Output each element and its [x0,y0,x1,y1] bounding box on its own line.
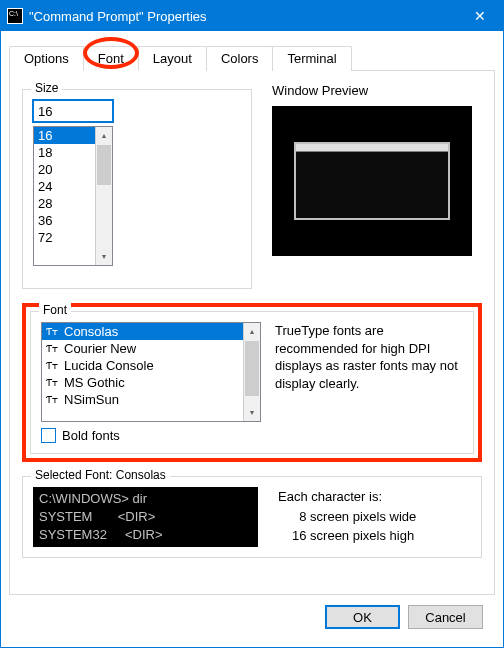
window-preview [272,106,472,256]
font-option[interactable]: ƬᴛLucida Console [42,357,243,374]
size-input[interactable] [33,100,113,122]
scroll-thumb[interactable] [97,145,111,185]
char-width: 8 screen pixels wide [278,507,416,527]
size-listbox[interactable]: 16 18 20 24 28 36 72 ▴ ▾ [33,126,113,266]
font-option[interactable]: ƬᴛNSimSun [42,391,243,408]
size-label: Size [31,81,62,95]
size-option[interactable]: 16 [34,127,95,144]
size-option[interactable]: 24 [34,178,95,195]
font-scrollbar[interactable]: ▴ ▾ [243,323,260,421]
close-button[interactable]: ✕ [457,1,503,31]
truetype-icon: Ƭᴛ [46,377,60,388]
titlebar: C:\ "Command Prompt" Properties ✕ [1,1,503,31]
size-option[interactable]: 20 [34,161,95,178]
selected-font-group: Selected Font: Consolas C:\WINDOWS> dir … [22,476,482,558]
bold-fonts-label: Bold fonts [62,428,120,443]
cancel-button[interactable]: Cancel [408,605,483,629]
dialog-buttons: OK Cancel [9,595,495,639]
font-group: Font ƬᴛConsolas ƬᴛCourier New ƬᴛLucida C… [30,311,474,454]
size-option[interactable]: 36 [34,212,95,229]
char-height: 16 screen pixels high [278,526,416,546]
font-sample: C:\WINDOWS> dir SYSTEM <DIR> SYSTEM32 <D… [33,487,258,547]
tab-layout[interactable]: Layout [138,46,207,71]
ok-button[interactable]: OK [325,605,400,629]
truetype-icon: Ƭᴛ [46,394,60,405]
selected-font-label: Selected Font: Consolas [31,468,170,482]
font-label: Font [39,303,71,317]
bold-fonts-checkbox[interactable] [41,428,56,443]
size-option[interactable]: 28 [34,195,95,212]
client-area: Options Font Layout Colors Terminal Size… [1,31,503,647]
window-preview-label: Window Preview [272,83,482,98]
font-option[interactable]: ƬᴛMS Gothic [42,374,243,391]
scroll-up-icon[interactable]: ▴ [244,323,260,340]
scroll-thumb[interactable] [245,341,259,396]
tab-options[interactable]: Options [9,46,84,71]
font-listbox[interactable]: ƬᴛConsolas ƬᴛCourier New ƬᴛLucida Consol… [41,322,261,422]
font-description: TrueType fonts are recommended for high … [275,322,463,422]
truetype-icon: Ƭᴛ [46,343,60,354]
size-scrollbar[interactable]: ▴ ▾ [95,127,112,265]
scroll-up-icon[interactable]: ▴ [96,127,112,144]
truetype-icon: Ƭᴛ [46,326,60,337]
character-info: Each character is: 8 screen pixels wide … [278,487,416,547]
preview-mini-window [294,142,450,220]
size-option[interactable]: 18 [34,144,95,161]
tab-terminal[interactable]: Terminal [272,46,351,71]
tab-font[interactable]: Font [83,46,139,71]
scroll-down-icon[interactable]: ▾ [244,404,260,421]
size-option[interactable]: 72 [34,229,95,246]
tab-strip: Options Font Layout Colors Terminal [9,45,495,71]
font-section-highlight: Font ƬᴛConsolas ƬᴛCourier New ƬᴛLucida C… [22,303,482,462]
cmd-icon: C:\ [7,8,23,24]
truetype-icon: Ƭᴛ [46,360,60,371]
tab-colors[interactable]: Colors [206,46,274,71]
size-group: Size 16 18 20 24 28 36 72 ▴ [22,89,252,289]
each-char-label: Each character is: [278,487,416,507]
tab-content: Size 16 18 20 24 28 36 72 ▴ [9,71,495,595]
scroll-down-icon[interactable]: ▾ [96,248,112,265]
font-option[interactable]: ƬᴛConsolas [42,323,243,340]
font-option[interactable]: ƬᴛCourier New [42,340,243,357]
window-title: "Command Prompt" Properties [29,9,457,24]
properties-window: C:\ "Command Prompt" Properties ✕ Option… [0,0,504,648]
